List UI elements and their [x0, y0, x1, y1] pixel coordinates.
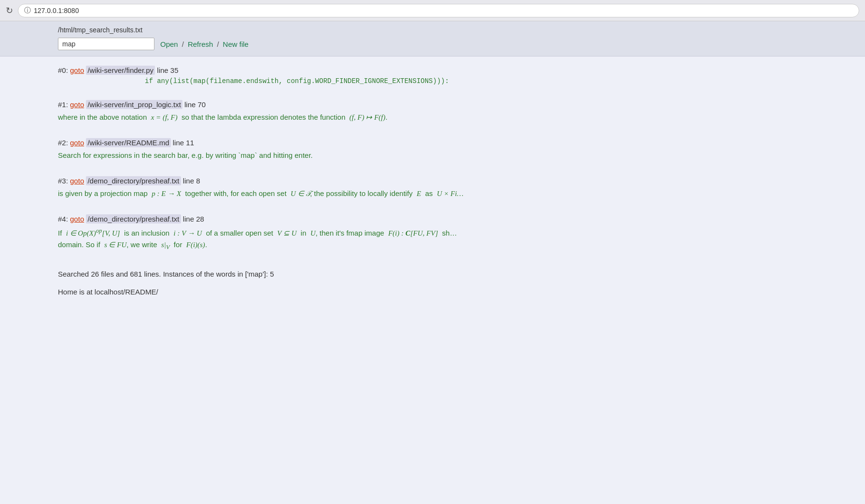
result-4-goto[interactable]: goto [70, 215, 84, 223]
page-content: /html/tmp_search_results.txt Open / Refr… [0, 21, 865, 504]
address-bar: ⓘ 127.0.0.1:8080 [18, 4, 859, 17]
result-0-header: #0: goto /wiki-server/finder.py line 35 [58, 66, 807, 74]
result-4-line: line 28 [183, 215, 204, 223]
result-3-file: /demo_directory/presheaf.txt [86, 176, 181, 185]
result-2-goto[interactable]: goto [70, 139, 84, 147]
result-1-line: line 70 [184, 100, 206, 109]
result-4-number: #4: [58, 215, 70, 223]
info-icon: ⓘ [24, 6, 31, 15]
url-text: 127.0.0.1:8080 [34, 7, 79, 14]
result-1: #1: goto /wiki-server/int_prop_logic.txt… [58, 100, 807, 123]
open-link[interactable]: Open [160, 40, 178, 48]
browser-chrome: ↻ ⓘ 127.0.0.1:8080 [0, 0, 865, 21]
result-3-number: #3: [58, 177, 70, 185]
result-1-file: /wiki-server/int_prop_logic.txt [86, 100, 182, 109]
result-1-number: #1: [58, 100, 70, 109]
header-actions: Open / Refresh / New file [160, 40, 249, 48]
result-1-header: #1: goto /wiki-server/int_prop_logic.txt… [58, 100, 807, 109]
result-1-content: where in the above notation x = (f, F) s… [58, 112, 807, 123]
result-4-file: /demo_directory/presheaf.txt [86, 214, 181, 224]
result-0-goto[interactable]: goto [70, 66, 84, 74]
result-0-number: #0: [58, 66, 70, 74]
result-2-line: line 11 [173, 139, 194, 147]
result-0: #0: goto /wiki-server/finder.py line 35 … [58, 66, 807, 85]
footer-summary: Searched 26 files and 681 lines. Instanc… [58, 267, 807, 280]
result-4: #4: goto /demo_directory/presheaf.txt li… [58, 215, 807, 252]
result-3-goto[interactable]: goto [70, 177, 84, 185]
main-content: #0: goto /wiki-server/finder.py line 35 … [0, 56, 865, 308]
separator-1: / [182, 40, 184, 48]
result-2-file: /wiki-server/README.md [86, 138, 170, 147]
result-3-header: #3: goto /demo_directory/presheaf.txt li… [58, 177, 807, 185]
new-file-link[interactable]: New file [223, 40, 249, 48]
browser-refresh-icon[interactable]: ↻ [6, 5, 13, 16]
separator-2: / [217, 40, 219, 48]
result-3: #3: goto /demo_directory/presheaf.txt li… [58, 177, 807, 199]
result-4-content-line1: If i ∈ Op(X)op[V, U] is an inclusion i :… [58, 226, 807, 239]
header-controls: Open / Refresh / New file [58, 38, 807, 50]
file-path: /html/tmp_search_results.txt [58, 26, 807, 34]
refresh-link[interactable]: Refresh [188, 40, 213, 48]
result-2-header: #2: goto /wiki-server/README.md line 11 [58, 139, 807, 147]
result-0-file: /wiki-server/finder.py [86, 66, 155, 75]
search-input[interactable] [58, 38, 154, 50]
result-2-content: Search for expressions in the search bar… [58, 150, 807, 161]
result-0-line: line 35 [157, 66, 178, 74]
result-0-content: if any(list(map(filename.endswith, confi… [145, 77, 807, 85]
footer-home: Home is at localhost/README/ [58, 285, 807, 298]
result-1-goto[interactable]: goto [70, 100, 84, 109]
result-2: #2: goto /wiki-server/README.md line 11 … [58, 139, 807, 161]
result-4-header: #4: goto /demo_directory/presheaf.txt li… [58, 215, 807, 223]
header-section: /html/tmp_search_results.txt Open / Refr… [0, 21, 865, 56]
result-4-content-line2: domain. So if s ∈ FU, we write s|V for F… [58, 239, 807, 252]
result-2-number: #2: [58, 139, 70, 147]
result-3-content: is given by a projection map p : E → X t… [58, 188, 807, 199]
result-3-line: line 8 [183, 177, 200, 185]
